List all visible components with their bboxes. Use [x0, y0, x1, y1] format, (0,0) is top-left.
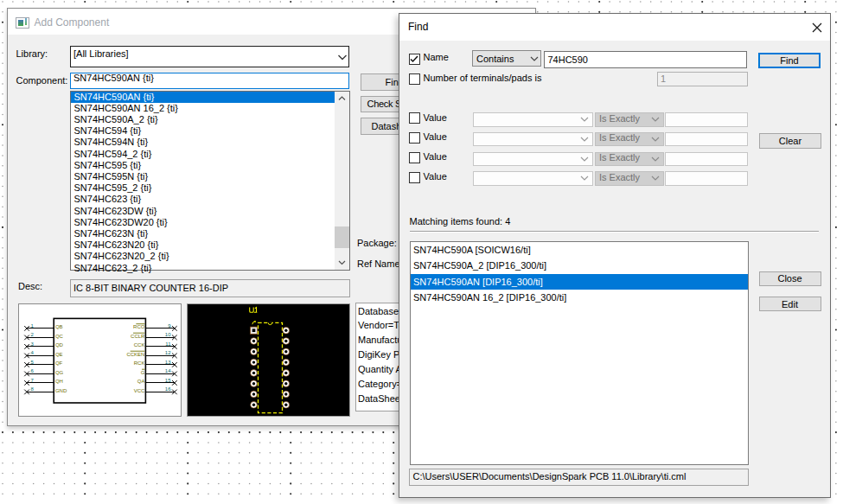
svg-text:7: 7 — [30, 378, 34, 383]
svg-text:4: 4 — [30, 350, 34, 355]
svg-text:QD: QD — [54, 342, 63, 348]
svg-text:QA: QA — [137, 379, 144, 384]
svg-text:VCC: VCC — [133, 388, 144, 393]
svg-text:QE: QE — [54, 352, 62, 357]
svg-text:RCK: RCK — [133, 360, 144, 366]
svg-text:QF: QF — [54, 360, 62, 366]
svg-text:QH: QH — [54, 379, 62, 384]
svg-text:QG: QG — [54, 370, 63, 375]
svg-text:QC: QC — [54, 334, 63, 339]
svg-text:8: 8 — [30, 386, 34, 392]
svg-text:G: G — [140, 370, 144, 375]
svg-text:RCO: RCO — [133, 324, 145, 329]
svg-text:1: 1 — [30, 323, 34, 329]
svg-text:3: 3 — [30, 341, 34, 347]
svg-text:5: 5 — [30, 360, 34, 365]
svg-text:14: 14 — [164, 368, 170, 373]
svg-text:13: 13 — [164, 360, 170, 365]
svg-text:16: 16 — [164, 386, 170, 392]
svg-text:10: 10 — [164, 332, 170, 337]
svg-text:CCLR: CCLR — [131, 334, 145, 339]
svg-text:9: 9 — [168, 323, 171, 329]
svg-text:11: 11 — [165, 341, 171, 347]
svg-text:CCK: CCK — [133, 342, 144, 348]
svg-text:12: 12 — [164, 350, 170, 355]
svg-text:QB: QB — [54, 324, 62, 329]
svg-text:15: 15 — [164, 378, 170, 383]
svg-text:6: 6 — [30, 368, 34, 373]
svg-text:CCKEN: CCKEN — [126, 352, 144, 357]
svg-text:GND: GND — [54, 388, 67, 393]
svg-text:2: 2 — [30, 332, 34, 337]
